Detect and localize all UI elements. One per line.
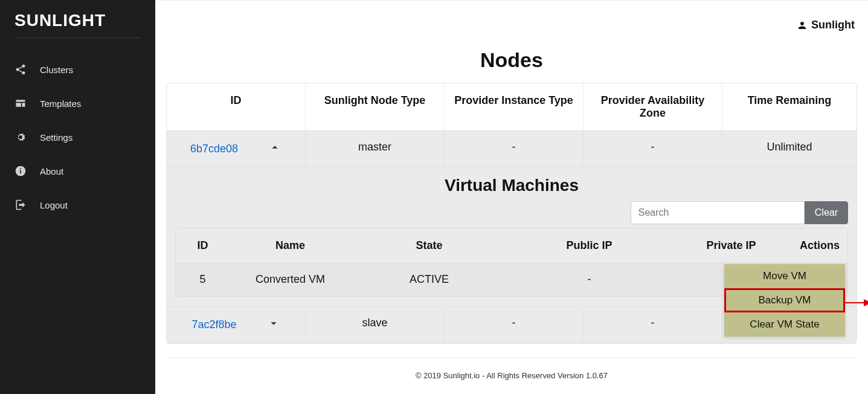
nav-label: Templates bbox=[40, 98, 81, 109]
footer-text: © 2019 Sunlight.io - All Rights Reserved… bbox=[166, 357, 857, 392]
nav-label: Clusters bbox=[40, 65, 73, 75]
chevron-up-icon[interactable] bbox=[268, 141, 281, 157]
chevron-down-icon[interactable] bbox=[267, 317, 280, 333]
zone-cell: - bbox=[583, 131, 722, 167]
logout-icon bbox=[14, 199, 27, 211]
nav-label: Settings bbox=[40, 132, 72, 143]
instance-type-cell: - bbox=[445, 131, 583, 167]
instance-type-cell: - bbox=[445, 307, 583, 343]
col-zone: Provider Availability Zone bbox=[583, 83, 722, 131]
sidebar: SUNLIGHT Clusters Templates Settings Abo… bbox=[0, 0, 155, 394]
svg-marker-4 bbox=[864, 299, 868, 306]
user-menu[interactable]: Sunlight bbox=[166, 8, 857, 48]
nav-label: Logout bbox=[40, 200, 68, 210]
person-icon bbox=[797, 20, 808, 31]
gear-icon bbox=[14, 131, 27, 143]
vm-public-ip-cell: - bbox=[508, 263, 671, 296]
action-move-vm[interactable]: Move VM bbox=[724, 264, 845, 288]
sidebar-item-clusters[interactable]: Clusters bbox=[0, 53, 155, 86]
search-row: Clear bbox=[167, 201, 857, 228]
templates-icon bbox=[14, 97, 27, 109]
user-name: Sunlight bbox=[811, 19, 855, 31]
col-node-type: Sunlight Node Type bbox=[306, 83, 445, 131]
vm-col-private-ip: Private IP bbox=[671, 228, 792, 263]
nav-label: About bbox=[40, 166, 63, 176]
node-type-cell: master bbox=[306, 131, 445, 167]
sidebar-item-settings[interactable]: Settings bbox=[0, 120, 155, 154]
svg-rect-1 bbox=[20, 170, 21, 173]
share-icon bbox=[14, 63, 27, 76]
brand-logo: SUNLIGHT bbox=[0, 11, 155, 37]
sidebar-item-logout[interactable]: Logout bbox=[0, 188, 155, 222]
node-type-cell: slave bbox=[306, 307, 445, 343]
vm-col-state: State bbox=[351, 228, 508, 263]
node-row: 6b7cde08 master - - Unlimited bbox=[167, 131, 857, 167]
nodes-table-header: ID Sunlight Node Type Provider Instance … bbox=[167, 83, 857, 131]
clear-button[interactable]: Clear bbox=[805, 201, 848, 224]
vm-col-name: Name bbox=[230, 228, 351, 263]
vm-col-actions: Actions bbox=[792, 228, 847, 263]
main-content: Sunlight Nodes ID Sunlight Node Type Pro… bbox=[155, 0, 868, 394]
action-clear-vm-state[interactable]: Clear VM State bbox=[724, 312, 845, 337]
vm-id-cell: 5 bbox=[176, 263, 230, 296]
vm-name-cell: Converted VM bbox=[230, 263, 351, 296]
action-backup-vm[interactable]: Backup VM bbox=[724, 288, 845, 312]
search-input[interactable] bbox=[631, 201, 805, 224]
divider bbox=[14, 37, 141, 38]
zone-cell: - bbox=[583, 307, 722, 343]
sidebar-item-templates[interactable]: Templates bbox=[0, 86, 155, 120]
vm-section-title: Virtual Machines bbox=[167, 167, 857, 201]
node-id-cell[interactable]: 6b7cde08 bbox=[167, 131, 306, 167]
node-id-link[interactable]: 6b7cde08 bbox=[190, 143, 238, 155]
node-id-cell[interactable]: 7ac2f8be bbox=[167, 307, 306, 343]
vm-table-header: ID Name State Public IP Private IP Actio… bbox=[176, 228, 847, 263]
vm-col-public-ip: Public IP bbox=[508, 228, 671, 263]
col-instance-type: Provider Instance Type bbox=[445, 83, 583, 131]
col-time: Time Remaining bbox=[722, 83, 857, 131]
sidebar-item-about[interactable]: About bbox=[0, 154, 155, 188]
info-icon bbox=[14, 165, 27, 177]
actions-menu: Move VM Backup VM Clear VM State bbox=[724, 264, 845, 337]
time-remaining-cell: Unlimited bbox=[722, 131, 857, 167]
node-id-link[interactable]: 7ac2f8be bbox=[191, 318, 236, 331]
vm-col-id: ID bbox=[176, 228, 230, 263]
vm-state-cell: ACTIVE bbox=[351, 263, 508, 296]
svg-rect-2 bbox=[20, 168, 21, 169]
col-id: ID bbox=[167, 83, 306, 131]
page-title: Nodes bbox=[166, 48, 857, 72]
